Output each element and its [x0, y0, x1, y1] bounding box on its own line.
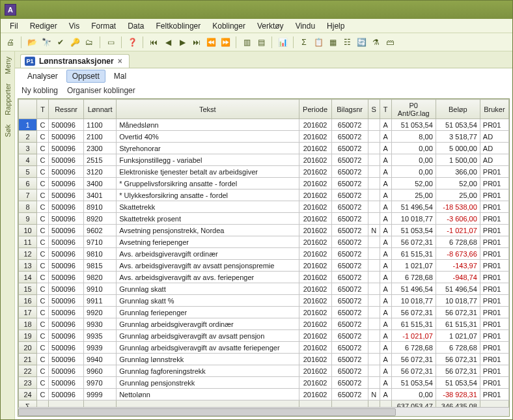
sidetab-søk[interactable]: Søk: [4, 123, 12, 139]
cell[interactable]: 650072: [331, 178, 368, 189]
cell[interactable]: PR01: [480, 295, 508, 307]
cell[interactable]: 0,00: [391, 166, 436, 178]
cell[interactable]: PR01: [480, 272, 508, 283]
cell[interactable]: 650072: [331, 307, 368, 318]
table-row[interactable]: 13C5000969815Avs. arbeidsgiveravgift av …: [19, 260, 509, 272]
cell[interactable]: Grunnlag pensjonstrekk: [117, 377, 299, 389]
table-row[interactable]: 12C5000969810Avs. arbeidsgiveravgift ord…: [19, 248, 509, 260]
cell[interactable]: Avsetning feriepenger: [117, 236, 299, 248]
cell[interactable]: 3: [19, 143, 37, 154]
cell[interactable]: C: [37, 307, 49, 318]
cell[interactable]: -143,97: [436, 260, 480, 272]
cell[interactable]: PR01: [480, 389, 508, 400]
cell[interactable]: AD: [480, 143, 508, 154]
table-row[interactable]: 11C5000969710Avsetning feriepenger201602…: [19, 236, 509, 248]
cell[interactable]: Avs. arbeidsgiveravgift av avs. feriepen…: [117, 272, 299, 283]
cell[interactable]: A: [380, 330, 391, 342]
cell[interactable]: 650072: [331, 260, 368, 272]
cell[interactable]: 25,00: [436, 189, 480, 201]
cell[interactable]: Avs. arbeidsgiveravgift ordinær: [117, 248, 299, 260]
cell[interactable]: [368, 131, 380, 143]
columns-icon[interactable]: ☷: [341, 36, 353, 48]
cell[interactable]: [368, 248, 380, 260]
tab-close-icon[interactable]: ×: [118, 57, 122, 66]
cell[interactable]: [368, 377, 380, 389]
cell[interactable]: N: [368, 389, 380, 400]
cell[interactable]: 500096: [49, 354, 84, 365]
cell[interactable]: 2: [19, 131, 37, 143]
cell[interactable]: 9999: [84, 389, 117, 400]
cell[interactable]: 201602: [299, 354, 331, 365]
cell[interactable]: 500096: [49, 131, 84, 143]
cell[interactable]: 201602: [299, 330, 331, 342]
cell[interactable]: 16: [19, 295, 37, 307]
cell[interactable]: 9920: [84, 307, 117, 318]
cell[interactable]: 6 728,68: [391, 272, 436, 283]
menu-vis[interactable]: Vis: [64, 20, 85, 32]
cell[interactable]: A: [380, 377, 391, 389]
cell[interactable]: Grunnlag fagforeningstrekk: [117, 365, 299, 377]
cell[interactable]: 56 072,31: [436, 354, 480, 365]
cell[interactable]: 500096: [49, 178, 84, 189]
cell[interactable]: 500096: [49, 213, 84, 225]
cell[interactable]: 2300: [84, 143, 117, 154]
table-row[interactable]: 23C5000969970Grunnlag pensjonstrekk20160…: [19, 377, 509, 389]
cell[interactable]: PR01: [480, 342, 508, 354]
cell[interactable]: 56 072,31: [391, 236, 436, 248]
cell[interactable]: 51 053,54: [391, 225, 436, 236]
cell[interactable]: Elektroniske tjenester betalt av arbeids…: [117, 166, 299, 178]
cell[interactable]: 1 500,00: [436, 154, 480, 166]
horizontal-scrollbar[interactable]: [18, 407, 509, 416]
panel2-icon[interactable]: ▤: [255, 36, 267, 48]
cell[interactable]: [368, 236, 380, 248]
cell[interactable]: Månedslønn: [117, 119, 299, 131]
hierarchy-icon[interactable]: 🗂: [83, 36, 95, 48]
cell[interactable]: 201602: [299, 236, 331, 248]
table-row[interactable]: 1C5000961100Månedslønn201602650072A51 05…: [19, 119, 509, 131]
cell[interactable]: 500096: [49, 201, 84, 213]
cell[interactable]: [368, 119, 380, 131]
table-row[interactable]: 7C5000963401* Ulykkesforsikring ansatte …: [19, 189, 509, 201]
first-icon[interactable]: ⏮: [148, 36, 159, 48]
open-icon[interactable]: 📂: [26, 36, 38, 48]
cell[interactable]: 10 018,77: [436, 295, 480, 307]
check-icon[interactable]: ✔: [55, 36, 66, 48]
cell[interactable]: [368, 272, 380, 283]
cell[interactable]: 201602: [299, 342, 331, 354]
cell[interactable]: 1100: [84, 119, 117, 131]
sidetab-meny[interactable]: Meny: [4, 55, 12, 76]
cell[interactable]: AD: [480, 131, 508, 143]
cell[interactable]: PR01: [480, 119, 508, 131]
cell[interactable]: [368, 354, 380, 365]
table-row[interactable]: 15C5000969910Grunnlag skatt201602650072A…: [19, 283, 509, 295]
cell[interactable]: A: [380, 225, 391, 236]
cell[interactable]: Overtid 40%: [117, 131, 299, 143]
cell[interactable]: PR01: [480, 213, 508, 225]
menu-fil[interactable]: Fil: [5, 20, 23, 32]
cell[interactable]: 51 053,54: [436, 119, 480, 131]
cell[interactable]: 500096: [49, 283, 84, 295]
cell[interactable]: A: [380, 143, 391, 154]
table-row[interactable]: 22C5000969960Grunnlag fagforeningstrekk2…: [19, 365, 509, 377]
menu-format[interactable]: Format: [86, 20, 121, 32]
cell[interactable]: PR01: [480, 260, 508, 272]
cell[interactable]: -38 928,31: [436, 389, 480, 400]
cell[interactable]: 500096: [49, 318, 84, 330]
cell[interactable]: 51 053,54: [391, 377, 436, 389]
cell[interactable]: AD: [480, 154, 508, 166]
cell[interactable]: 650072: [331, 119, 368, 131]
cell[interactable]: 201602: [299, 295, 331, 307]
cell[interactable]: [368, 295, 380, 307]
cell[interactable]: [368, 283, 380, 295]
cell[interactable]: 20: [19, 342, 37, 354]
ab-icon[interactable]: ▭: [105, 36, 117, 48]
cell[interactable]: 650072: [331, 143, 368, 154]
cell[interactable]: 3401: [84, 189, 117, 201]
cell[interactable]: A: [380, 318, 391, 330]
cell[interactable]: A: [380, 342, 391, 354]
cell[interactable]: [368, 365, 380, 377]
cell[interactable]: 9810: [84, 248, 117, 260]
cell[interactable]: 9815: [84, 260, 117, 272]
cell[interactable]: [368, 307, 380, 318]
cell[interactable]: Grunnlag arbeidsgiveravgift av avsatt pe…: [117, 330, 299, 342]
